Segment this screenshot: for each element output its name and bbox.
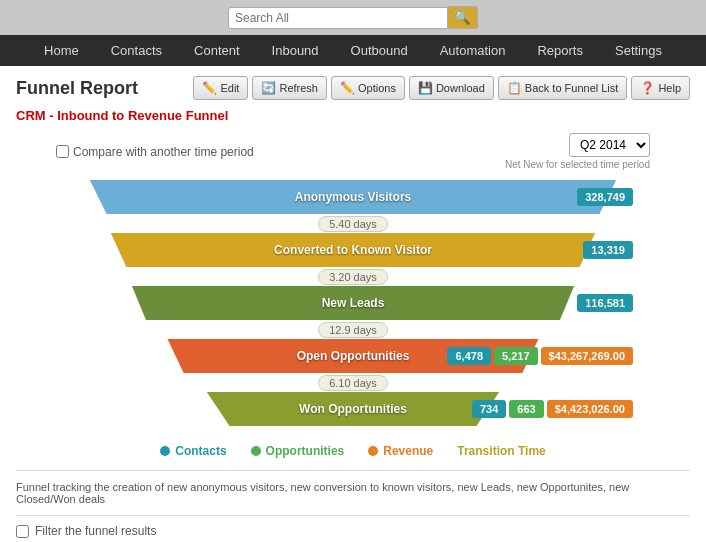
nav-content[interactable]: Content [178,35,256,66]
legend-contacts-label: Contacts [175,444,226,458]
compare-checkbox[interactable] [56,145,69,158]
stage-row-2: Converted to Known Visitor 13,319 [73,233,633,267]
stage-1-values: 328,749 [577,188,633,206]
description: Funnel tracking the creation of new anon… [16,470,690,515]
legend-opportunities-label: Opportunities [266,444,345,458]
nav-home[interactable]: Home [28,35,95,66]
stage-2-label: Converted to Known Visitor [274,243,432,257]
main-nav: Home Contacts Content Inbound Outbound A… [0,35,706,66]
nav-automation[interactable]: Automation [424,35,522,66]
stage-5-val-2: 663 [509,400,543,418]
main-content: Funnel Report ✏️ Edit 🔄 Refresh ✏️ Optio… [0,66,706,542]
stage-4-values: 6,478 5,217 $43,267,269.00 [447,347,633,365]
stage-row-4: Open Opportunities 6,478 5,217 $43,267,2… [73,339,633,373]
search-bar: 🔍 [0,0,706,35]
download-button[interactable]: 💾 Download [409,76,494,100]
refresh-button[interactable]: 🔄 Refresh [252,76,327,100]
funnel-bar-3[interactable]: New Leads [118,286,588,320]
nav-contacts[interactable]: Contacts [95,35,178,66]
period-note: Net New for selected time period [505,159,650,170]
legend-opportunities: Opportunities [251,444,345,458]
stage-4-label: Open Opportunities [297,349,410,363]
filter-label: Filter the funnel results [35,524,156,538]
search-button[interactable]: 🔍 [448,6,478,29]
legend-revenue-label: Revenue [383,444,433,458]
funnel-subtitle: CRM - Inbound to Revenue Funnel [16,108,690,123]
nav-settings[interactable]: Settings [599,35,678,66]
stage-3-val-1: 116,581 [577,294,633,312]
stage-3-label: New Leads [322,296,385,310]
nav-outbound[interactable]: Outbound [335,35,424,66]
back-icon: 📋 [507,81,522,95]
back-button[interactable]: 📋 Back to Funnel List [498,76,628,100]
stage-1-val-1: 328,749 [577,188,633,206]
transition-time-label: Transition Time [457,444,545,458]
stage-5-label: Won Opportunities [299,402,407,416]
stage-5-val-1: 734 [472,400,506,418]
legend-contacts: Contacts [160,444,226,458]
header-row: Funnel Report ✏️ Edit 🔄 Refresh ✏️ Optio… [16,76,690,100]
legend-revenue: Revenue [368,444,433,458]
edit-icon: ✏️ [202,81,217,95]
transition-2: 3.20 days [73,269,633,285]
toolbar: ✏️ Edit 🔄 Refresh ✏️ Options 💾 Download … [193,76,690,100]
filter-row: Filter the funnel results [16,515,690,538]
refresh-icon: 🔄 [261,81,276,95]
help-button[interactable]: ❓ Help [631,76,690,100]
download-icon: 💾 [418,81,433,95]
compare-label: Compare with another time period [73,145,254,159]
stage-1-label: Anonymous Visitors [295,190,411,204]
stage-5-values: 734 663 $4,423,026.00 [472,400,633,418]
page-title: Funnel Report [16,78,138,99]
stage-3-values: 116,581 [577,294,633,312]
controls-row: Compare with another time period Q2 2014… [16,133,690,170]
stage-row-3: New Leads 116,581 [73,286,633,320]
stage-4-val-3: $43,267,269.00 [541,347,633,365]
stage-2-val-1: 13,319 [583,241,633,259]
legend: Contacts Opportunities Revenue Transitio… [16,444,690,458]
transition-3: 12.9 days [73,322,633,338]
options-icon: ✏️ [340,81,355,95]
legend-transition-time: Transition Time [457,444,545,458]
period-select[interactable]: Q2 2014 [569,133,650,157]
transition-1: 5.40 days [73,216,633,232]
stage-4-val-1: 6,478 [447,347,491,365]
stage-row-5: Won Opportunities 734 663 $4,423,026.00 [73,392,633,426]
stage-2-values: 13,319 [583,241,633,259]
bar-container-1: Anonymous Visitors 328,749 [73,180,633,214]
options-button[interactable]: ✏️ Options [331,76,405,100]
funnel-bar-1[interactable]: Anonymous Visitors [73,180,633,214]
stage-5-val-3: $4,423,026.00 [547,400,633,418]
edit-button[interactable]: ✏️ Edit [193,76,248,100]
stage-4-val-2: 5,217 [494,347,538,365]
nav-inbound[interactable]: Inbound [256,35,335,66]
period-select-wrap: Q2 2014 Net New for selected time period [505,133,650,170]
revenue-dot [368,446,378,456]
nav-reports[interactable]: Reports [521,35,599,66]
compare-checkbox-wrap: Compare with another time period [56,145,254,159]
funnel-wrapper: Anonymous Visitors 328,749 5.40 days [16,180,690,428]
opportunities-dot [251,446,261,456]
filter-checkbox[interactable] [16,525,29,538]
funnel-bar-5[interactable]: Won Opportunities [191,392,516,426]
search-input[interactable] [228,7,448,29]
funnel-inner: Anonymous Visitors 328,749 5.40 days [73,180,633,428]
contacts-dot [160,446,170,456]
stage-row-1: Anonymous Visitors 328,749 [73,180,633,214]
funnel-bar-2[interactable]: Converted to Known Visitor [95,233,610,267]
help-icon: ❓ [640,81,655,95]
transition-4: 6.10 days [73,375,633,391]
